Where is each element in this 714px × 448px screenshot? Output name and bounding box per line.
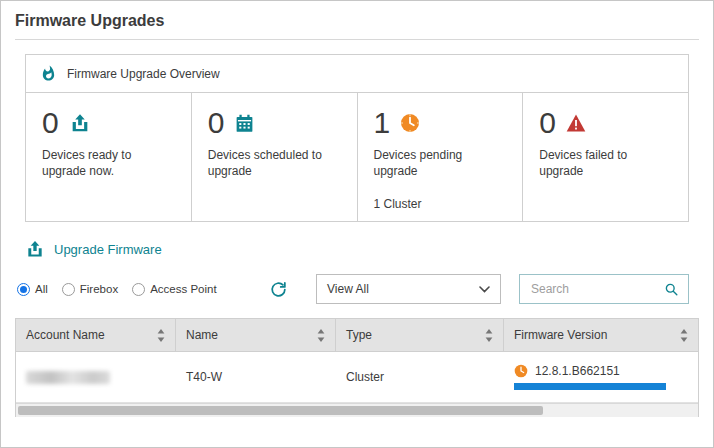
view-filter-value: View All: [327, 282, 369, 296]
warning-triangle-icon: [566, 113, 586, 133]
cell-type: Cluster: [336, 370, 504, 384]
stat-scheduled-value: 0: [208, 108, 225, 138]
filter-firebox-label: Firebox: [80, 283, 118, 295]
filter-access-point-label: Access Point: [150, 283, 216, 295]
column-header-account-name[interactable]: Account Name: [16, 319, 176, 351]
cell-name: T40-W: [176, 370, 336, 384]
page-title: Firmware Upgrades: [15, 12, 699, 30]
sort-icon[interactable]: [485, 329, 493, 342]
table-controls: All Firebox Access Point View All: [1, 274, 713, 304]
search-icon[interactable]: [664, 282, 679, 297]
stat-scheduled-label: Devices scheduled to upgrade: [208, 147, 326, 179]
stat-pending: 1 Devices pending upgrade 1 Cluster: [358, 93, 524, 221]
page-header: Firmware Upgrades: [1, 1, 713, 39]
sort-icon[interactable]: [680, 329, 688, 342]
sort-icon[interactable]: [317, 329, 325, 342]
stat-failed-label: Devices failed to upgrade: [539, 147, 657, 179]
stat-pending-label: Devices pending upgrade: [374, 147, 492, 179]
chevron-down-icon: [479, 286, 490, 293]
filter-firebox-radio[interactable]: Firebox: [62, 283, 118, 296]
stat-failed-value: 0: [539, 108, 556, 138]
scrollbar-thumb[interactable]: [18, 406, 543, 415]
table-header-row: Account Name Name Type Firmware Version: [16, 319, 698, 352]
firmware-overview-card: Firmware Upgrade Overview 0 Devices read…: [25, 54, 689, 222]
radio-selected-icon: [17, 283, 30, 296]
filter-all-radio[interactable]: All: [17, 283, 48, 296]
upgrade-firmware-label: Upgrade Firmware: [54, 242, 162, 257]
table-row[interactable]: T40-W Cluster 12.8.1.B662151: [16, 352, 698, 403]
filter-access-point-radio[interactable]: Access Point: [132, 283, 216, 296]
radio-unselected-icon: [132, 283, 145, 296]
stat-pending-value: 1: [374, 108, 391, 138]
overview-card-header: Firmware Upgrade Overview: [26, 55, 688, 93]
radio-unselected-icon: [62, 283, 75, 296]
column-header-firmware-version[interactable]: Firmware Version: [504, 319, 698, 351]
stat-failed: 0 Devices failed to upgrade: [523, 93, 688, 221]
search-input[interactable]: [529, 281, 653, 297]
upgrade-progress-fill: [514, 383, 666, 390]
overview-card-title: Firmware Upgrade Overview: [67, 67, 220, 81]
redacted-account-name: [26, 371, 110, 384]
view-filter-dropdown[interactable]: View All: [316, 274, 501, 304]
column-header-name[interactable]: Name: [176, 319, 336, 351]
stat-pending-sub: 1 Cluster: [374, 197, 507, 211]
cell-account-name: [16, 371, 176, 384]
calendar-icon: [234, 113, 255, 134]
column-header-type[interactable]: Type: [336, 319, 504, 351]
upgrade-progress-bar: [514, 383, 666, 390]
stat-ready-to-upgrade: 0 Devices ready to upgrade now.: [26, 93, 192, 221]
pending-clock-icon: [514, 364, 528, 378]
flame-icon: [40, 65, 57, 82]
stat-ready-label: Devices ready to upgrade now.: [42, 147, 160, 179]
filter-all-label: All: [35, 283, 48, 295]
firmware-version-text: 12.8.1.B662151: [535, 364, 620, 378]
stat-scheduled: 0 Devices scheduled to upgrade: [192, 93, 358, 221]
upload-tray-icon: [25, 239, 45, 259]
search-box: [519, 274, 689, 304]
devices-table: Account Name Name Type Firmware Version …: [15, 318, 699, 417]
header-divider: [15, 39, 699, 40]
refresh-button[interactable]: [269, 280, 288, 299]
device-type-filter: All Firebox Access Point: [17, 283, 217, 296]
overview-stats-row: 0 Devices ready to upgrade now. 0 Device…: [26, 93, 688, 221]
horizontal-scrollbar[interactable]: [16, 403, 698, 417]
firmware-upgrades-page: Firmware Upgrades Firmware Upgrade Overv…: [0, 0, 714, 448]
pending-clock-icon: [400, 113, 420, 133]
cell-firmware-version: 12.8.1.B662151: [504, 364, 698, 390]
sort-icon[interactable]: [157, 329, 165, 342]
upgrade-firmware-button[interactable]: Upgrade Firmware: [25, 239, 713, 259]
upload-tray-icon: [69, 112, 91, 134]
stat-ready-value: 0: [42, 108, 59, 138]
